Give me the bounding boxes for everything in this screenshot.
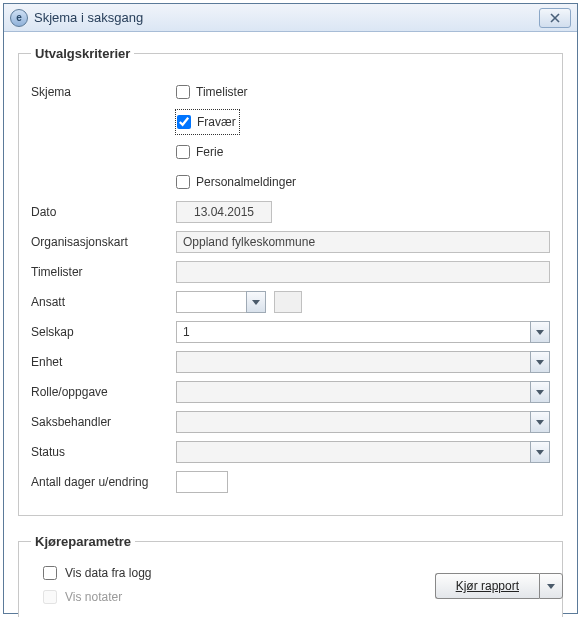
label-status: Status	[31, 445, 176, 459]
ansatt-aux-display	[274, 291, 302, 313]
enhet-combo[interactable]	[176, 351, 550, 373]
utvalgskriterier-group: Utvalgskriterier Skjema Timelister Fravæ…	[18, 46, 563, 516]
label-skjema: Skjema	[31, 85, 176, 99]
checkbox-vis-logg[interactable]	[43, 566, 57, 580]
svg-marker-6	[536, 420, 544, 425]
dialog-window: e Skjema i saksgang Utvalgskriterier Skj…	[3, 3, 578, 614]
chevron-down-icon	[536, 360, 544, 365]
checkbox-vis-logg-label: Vis data fra logg	[65, 566, 152, 580]
timelister-field[interactable]	[176, 261, 550, 283]
selskap-combo[interactable]: 1	[176, 321, 550, 343]
enhet-dropdown-button[interactable]	[530, 351, 550, 373]
svg-marker-7	[536, 450, 544, 455]
label-orgkart: Organisasjonskart	[31, 235, 176, 249]
saksbehandler-combo[interactable]	[176, 411, 550, 433]
run-report-split-button: Kjør rapport	[435, 573, 563, 599]
close-button[interactable]	[539, 8, 571, 28]
utvalgskriterier-legend: Utvalgskriterier	[31, 46, 134, 61]
checkbox-timelister-input[interactable]	[176, 85, 190, 99]
ansatt-dropdown-button[interactable]	[246, 291, 266, 313]
run-report-dropdown-button[interactable]	[539, 573, 563, 599]
chevron-down-icon	[536, 450, 544, 455]
checkbox-fravaer-input[interactable]	[177, 115, 191, 129]
label-ansatt: Ansatt	[31, 295, 176, 309]
kjoreparametre-legend: Kjøreparametre	[31, 534, 135, 549]
checkbox-timelister[interactable]: Timelister	[176, 81, 248, 103]
label-saksbehandler: Saksbehandler	[31, 415, 176, 429]
client-area: Utvalgskriterier Skjema Timelister Fravæ…	[4, 32, 577, 613]
svg-marker-3	[536, 330, 544, 335]
checkbox-ferie-input[interactable]	[176, 145, 190, 159]
status-combo[interactable]	[176, 441, 550, 463]
label-rolle: Rolle/oppgave	[31, 385, 176, 399]
orgkart-field[interactable]: Oppland fylkeskommune	[176, 231, 550, 253]
rolle-combo[interactable]	[176, 381, 550, 403]
dato-field[interactable]: 13.04.2015	[176, 201, 272, 223]
checkbox-vis-notater	[43, 590, 57, 604]
checkbox-personalmeldinger-label: Personalmeldinger	[196, 175, 296, 189]
status-input[interactable]	[176, 441, 530, 463]
checkbox-personalmeldinger-input[interactable]	[176, 175, 190, 189]
svg-marker-4	[536, 360, 544, 365]
enhet-input[interactable]	[176, 351, 530, 373]
chevron-down-icon	[536, 330, 544, 335]
label-dato: Dato	[31, 205, 176, 219]
saksbehandler-dropdown-button[interactable]	[530, 411, 550, 433]
checkbox-ferie[interactable]: Ferie	[176, 141, 223, 163]
action-bar: Kjør rapport	[435, 573, 563, 599]
checkbox-timelister-label: Timelister	[196, 85, 248, 99]
close-icon	[549, 13, 561, 23]
checkbox-personalmeldinger[interactable]: Personalmeldinger	[176, 171, 296, 193]
run-report-label: Kjør rapport	[456, 579, 519, 593]
title-bar: e Skjema i saksgang	[4, 4, 577, 32]
rolle-dropdown-button[interactable]	[530, 381, 550, 403]
selskap-dropdown-button[interactable]	[530, 321, 550, 343]
checkbox-fravaer[interactable]: Fravær	[176, 110, 239, 134]
chevron-down-icon	[536, 390, 544, 395]
label-timelister: Timelister	[31, 265, 176, 279]
checkbox-ferie-label: Ferie	[196, 145, 223, 159]
status-dropdown-button[interactable]	[530, 441, 550, 463]
ansatt-input[interactable]	[176, 291, 246, 313]
window-title: Skjema i saksgang	[34, 10, 539, 25]
chevron-down-icon	[252, 300, 260, 305]
rolle-input[interactable]	[176, 381, 530, 403]
saksbehandler-input[interactable]	[176, 411, 530, 433]
label-enhet: Enhet	[31, 355, 176, 369]
chevron-down-icon	[536, 420, 544, 425]
chevron-down-icon	[547, 584, 555, 589]
checkbox-fravaer-label: Fravær	[197, 115, 236, 129]
svg-marker-8	[547, 584, 555, 589]
run-report-button[interactable]: Kjør rapport	[435, 573, 539, 599]
checkbox-vis-notater-label: Vis notater	[65, 590, 122, 604]
svg-marker-2	[252, 300, 260, 305]
svg-marker-5	[536, 390, 544, 395]
label-antall: Antall dager u/endring	[31, 475, 176, 489]
selskap-input[interactable]: 1	[176, 321, 530, 343]
ansatt-combo[interactable]	[176, 291, 266, 313]
antall-input[interactable]	[176, 471, 228, 493]
app-icon: e	[10, 9, 28, 27]
label-selskap: Selskap	[31, 325, 176, 339]
